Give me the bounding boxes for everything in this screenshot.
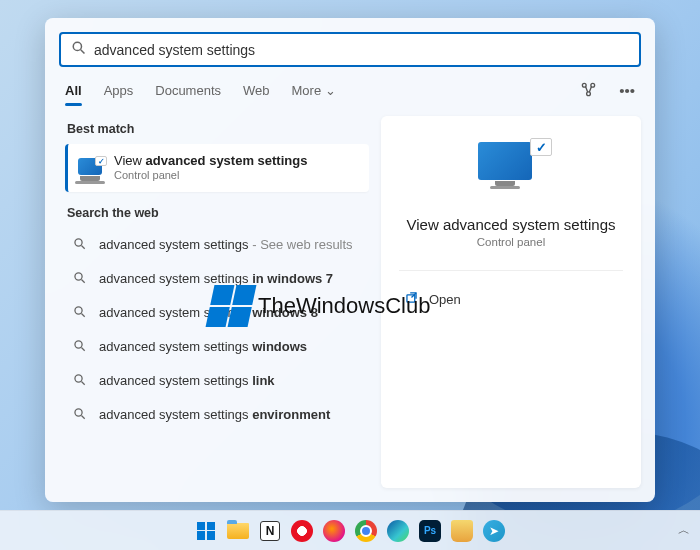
search-input[interactable] <box>94 42 629 58</box>
start-button[interactable] <box>193 518 219 544</box>
taskbar-photoshop[interactable]: Ps <box>417 518 443 544</box>
search-icon <box>71 40 86 59</box>
opera-icon <box>291 520 313 542</box>
search-box[interactable] <box>59 32 641 67</box>
svg-point-15 <box>74 409 81 416</box>
system-settings-icon: ✓ <box>78 158 104 178</box>
best-match-label: View advanced system settings Control pa… <box>114 153 307 183</box>
search-icon <box>71 406 87 424</box>
svg-line-10 <box>81 313 84 316</box>
svg-point-0 <box>73 42 81 50</box>
paintbrush-icon <box>451 520 473 542</box>
open-icon <box>403 291 419 307</box>
more-options-icon[interactable]: ••• <box>619 82 635 99</box>
results-area: Best match ✓ View advanced system settin… <box>45 104 655 502</box>
web-result[interactable]: advanced system settings link <box>65 364 369 398</box>
search-icon <box>71 338 87 356</box>
chevron-up-icon: ︿ <box>678 523 690 537</box>
telegram-icon: ➤ <box>483 520 505 542</box>
svg-line-6 <box>81 245 84 248</box>
taskbar-opera[interactable] <box>289 518 315 544</box>
search-icon <box>71 372 87 390</box>
show-desktop-chevron[interactable]: ︿ <box>678 522 690 539</box>
svg-point-9 <box>74 307 81 314</box>
svg-point-7 <box>74 273 81 280</box>
svg-point-4 <box>587 91 591 95</box>
svg-line-8 <box>81 279 84 282</box>
taskbar-edge[interactable] <box>385 518 411 544</box>
tab-web[interactable]: Web <box>243 77 270 104</box>
search-icon <box>71 236 87 254</box>
web-result[interactable]: advanced system settings in windows 7 <box>65 262 369 296</box>
taskbar-chrome[interactable] <box>353 518 379 544</box>
search-icon <box>71 304 87 322</box>
search-web-heading: Search the web <box>67 206 369 220</box>
svg-line-16 <box>81 415 84 418</box>
filter-tabs: All Apps Documents Web More ⌄ ••• <box>45 77 655 104</box>
web-result[interactable]: advanced system settings - See web resul… <box>65 228 369 262</box>
preview-subtitle: Control panel <box>477 236 545 248</box>
search-flyout: All Apps Documents Web More ⌄ ••• Best m… <box>45 18 655 502</box>
recent-searches-icon[interactable] <box>580 81 597 101</box>
tab-documents[interactable]: Documents <box>155 77 221 104</box>
notion-icon: N <box>260 521 280 541</box>
divider <box>399 270 623 271</box>
open-action[interactable]: Open <box>399 285 623 313</box>
tab-apps[interactable]: Apps <box>104 77 134 104</box>
search-icon <box>71 270 87 288</box>
photoshop-icon: Ps <box>419 520 441 542</box>
web-result[interactable]: advanced system settings windows 8 <box>65 296 369 330</box>
folder-icon <box>227 523 249 539</box>
taskbar: N Ps ➤ ︿ <box>0 510 700 550</box>
best-match-result[interactable]: ✓ View advanced system settings Control … <box>65 144 369 192</box>
svg-point-13 <box>74 375 81 382</box>
chevron-down-icon: ⌄ <box>325 83 336 98</box>
svg-line-12 <box>81 347 84 350</box>
preview-pane: ✓ View advanced system settings Control … <box>381 116 641 488</box>
tab-more[interactable]: More ⌄ <box>292 77 336 104</box>
svg-point-5 <box>74 239 81 246</box>
chrome-icon <box>355 520 377 542</box>
taskbar-telegram[interactable]: ➤ <box>481 518 507 544</box>
results-list: Best match ✓ View advanced system settin… <box>65 116 369 488</box>
web-result[interactable]: advanced system settings windows <box>65 330 369 364</box>
taskbar-notion[interactable]: N <box>257 518 283 544</box>
taskbar-firefox[interactable] <box>321 518 347 544</box>
firefox-icon <box>323 520 345 542</box>
preview-title: View advanced system settings <box>407 216 616 233</box>
system-settings-icon-large: ✓ <box>478 142 544 196</box>
taskbar-paint[interactable] <box>449 518 475 544</box>
edge-icon <box>387 520 409 542</box>
svg-point-11 <box>74 341 81 348</box>
best-match-heading: Best match <box>67 122 369 136</box>
svg-line-14 <box>81 381 84 384</box>
tab-all[interactable]: All <box>65 77 82 104</box>
taskbar-explorer[interactable] <box>225 518 251 544</box>
web-result[interactable]: advanced system settings environment <box>65 398 369 432</box>
windows-logo-icon <box>197 522 215 540</box>
svg-line-1 <box>81 50 85 54</box>
